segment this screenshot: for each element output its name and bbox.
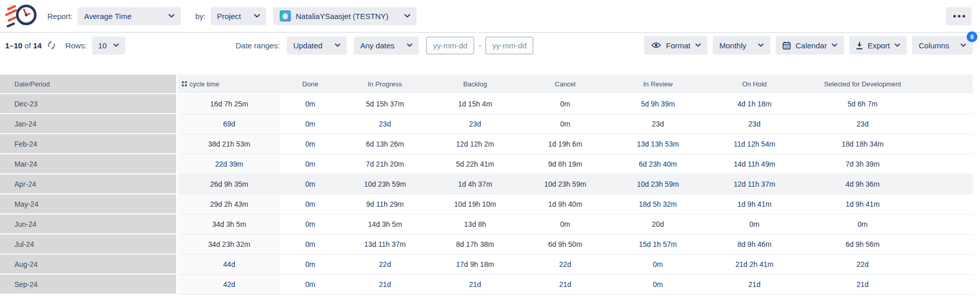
table-row[interactable]: Dec-23 16d 7h 25m 0m 5d 15h 37m 1d 15h 4… [0, 94, 973, 114]
report-table: Date/Period cycle time Done In Progress … [0, 75, 973, 295]
format-button[interactable]: Format [644, 36, 708, 55]
value-cell: 14d 3h 5m [340, 214, 430, 235]
columns-count-badge: 6 [967, 31, 977, 42]
date-mode-select[interactable]: Any dates [354, 37, 419, 55]
table-row[interactable]: May-24 29d 2h 43m 0m 9d 11h 29m 10d 19h … [0, 194, 973, 214]
header-cell-cycle-time[interactable]: cycle time [178, 75, 281, 94]
top-bar: Report: Average Time by: Project Natalia… [0, 0, 980, 32]
value-cell: 18d 5h 32m [610, 194, 706, 214]
value-cell: 21d [520, 275, 610, 295]
columns-button[interactable]: Columns 6 [912, 36, 973, 55]
value-cell: 6d 13h 26m [340, 134, 430, 154]
period-cell: Jun-24 [0, 214, 178, 235]
chevron-down-icon [960, 43, 966, 47]
calendar-icon [782, 41, 791, 50]
value-cell: 21d [430, 275, 520, 295]
chevron-down-icon [832, 43, 837, 47]
value-cell: 4d 1h 18m [706, 94, 803, 114]
filler-cell [922, 275, 973, 295]
calendar-button[interactable]: Calendar [776, 36, 844, 55]
value-cell: 0m [281, 154, 340, 174]
value-cell: 22d [340, 255, 430, 275]
refresh-icon[interactable] [47, 41, 56, 50]
drag-handle-icon[interactable] [182, 81, 187, 86]
date-to-input[interactable] [485, 37, 534, 55]
filler-cell [922, 255, 973, 275]
value-cell: 34d 3h 5m [178, 214, 281, 235]
calendar-label: Calendar [796, 41, 827, 50]
value-cell: 22d [520, 255, 610, 275]
filler-cell [922, 194, 973, 214]
value-cell: 11d 12h 54m [706, 134, 803, 154]
filler-cell [922, 114, 973, 134]
value-cell: 8d 9h 46m [706, 235, 803, 255]
table-row[interactable]: Jun-24 34d 3h 5m 0m 14d 3h 5m 13d 8h 0m … [0, 214, 973, 235]
header-cell-in-progress[interactable]: In Progress [340, 75, 430, 94]
header-cell-on-hold[interactable]: On Hold [706, 75, 803, 94]
value-cell: 1d 4h 37m [430, 174, 520, 194]
value-cell: 44d [178, 255, 281, 275]
chevron-down-icon [895, 43, 900, 47]
header-cell-in-review[interactable]: In Review [610, 75, 706, 94]
header-cell-done[interactable]: Done [281, 75, 340, 94]
value-cell: 4d 9h 36m [803, 174, 922, 194]
period-select[interactable]: Monthly [713, 36, 770, 55]
chevron-down-icon [404, 14, 410, 18]
header-cell-date-period[interactable]: Date/Period [0, 75, 178, 94]
value-cell: 0m [610, 275, 706, 295]
value-cell: 15d 1h 57m [610, 235, 706, 255]
period-cell: Aug-24 [0, 255, 178, 275]
value-cell: 23d [340, 114, 430, 134]
date-from-input[interactable] [426, 37, 474, 55]
value-cell: 38d 21h 53m [178, 134, 281, 154]
chevron-down-icon [407, 43, 412, 47]
value-cell: 9d 11h 29m [340, 194, 430, 214]
value-cell: 6d 23h 40m [610, 154, 706, 174]
project-avatar-icon [280, 10, 291, 22]
value-cell: 21d 2h 41m [706, 255, 803, 275]
by-select[interactable]: Project [211, 7, 266, 25]
header-cell-backlog[interactable]: Backlog [430, 75, 520, 94]
value-cell: 13d 8h [430, 214, 520, 235]
value-cell: 12d 12h 2m [430, 134, 520, 154]
value-cell: 0m [281, 255, 340, 275]
more-actions-button[interactable] [946, 7, 972, 25]
period-cell: May-24 [0, 194, 178, 214]
value-cell: 21d [340, 275, 430, 295]
period-value: Monthly [719, 41, 747, 50]
table-row[interactable]: Feb-24 38d 21h 53m 0m 6d 13h 26m 12d 12h… [0, 134, 973, 154]
value-cell: 17d 9h 18m [430, 255, 520, 275]
value-cell: 5d 15h 37m [340, 94, 430, 114]
project-select[interactable]: NataliaYSaasjet (TESTNY) [273, 7, 417, 25]
value-cell: 22d [803, 255, 922, 275]
chevron-down-icon [113, 43, 119, 47]
rows-select[interactable]: 10 [92, 37, 125, 55]
table-row[interactable]: Aug-24 44d 0m 22d 17d 9h 18m 22d 0m 21d … [0, 255, 973, 275]
header-filler-cell [922, 75, 973, 94]
project-name: NataliaYSaasjet (TESTNY) [296, 12, 388, 21]
filler-cell [922, 134, 973, 154]
date-field-select[interactable]: Updated [287, 37, 347, 55]
table-row[interactable]: Sep-24 42d 0m 21d 21d 21d 0m 21d 21d [0, 275, 973, 295]
table-row[interactable]: Jul-24 34d 23h 32m 0m 13d 11h 37m 8d 17h… [0, 235, 973, 255]
value-cell: 34d 23h 32m [178, 235, 281, 255]
table-row[interactable]: Apr-24 26d 9h 35m 0m 10d 23h 59m 1d 4h 3… [0, 174, 973, 194]
header-cell-selected-for-development[interactable]: Selected for Development [803, 75, 922, 94]
export-button[interactable]: Export [849, 36, 907, 55]
table-row[interactable]: Mar-24 22d 39m 0m 7d 21h 20m 5d 22h 41m … [0, 154, 973, 174]
value-cell: 18d 18h 34m [803, 134, 922, 154]
value-cell: 16d 7h 25m [178, 94, 281, 114]
export-label: Export [868, 41, 890, 50]
value-cell: 0m [281, 114, 340, 134]
value-cell: 1d 9h 41m [706, 194, 803, 214]
table-row[interactable]: Jan-24 69d 0m 23d 23d 0m 23d 23d 23d [0, 114, 973, 134]
pagination-total: 14 [33, 41, 42, 50]
value-cell: 10d 19h 10m [430, 194, 520, 214]
value-cell: 8d 17h 38m [430, 235, 520, 255]
pagination-of: of [25, 41, 31, 50]
header-cell-cancel[interactable]: Cancel [520, 75, 610, 94]
report-label: Report: [47, 12, 73, 21]
app-logo [5, 2, 39, 30]
table-header: Date/Period cycle time Done In Progress … [0, 75, 973, 94]
report-select[interactable]: Average Time [78, 7, 181, 25]
